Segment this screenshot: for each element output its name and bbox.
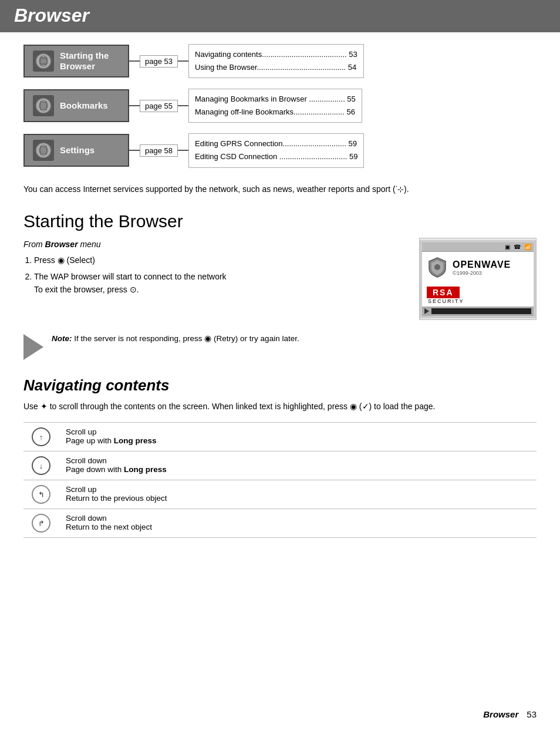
nav-items-starting: Navigating contents.....................… <box>188 44 364 78</box>
table-cell-text-1: Scroll up Page up with Long press <box>59 423 537 452</box>
phone-icon-1: ▣ <box>505 244 510 250</box>
nav-box-settings: Settings <box>23 134 129 167</box>
nav-item-6: Editing CSD Connection .................… <box>195 150 357 163</box>
scroll-prev-icon: ↰ <box>32 485 50 504</box>
section-title-navigating: Navigating contents <box>23 376 537 395</box>
nav-description: Use ✦ to scroll through the contents on … <box>23 400 537 413</box>
nav-icon-bookmarks <box>33 95 54 116</box>
scroll-action-2: Scroll down <box>66 456 529 465</box>
nav-item-1: Navigating contents.....................… <box>195 48 357 61</box>
openwave-text: OPENWAVE ©1999-2003 <box>453 260 511 276</box>
openwave-shield-icon <box>427 257 448 279</box>
nav-box-settings-label: Settings <box>60 145 95 156</box>
table-row: ↑ Scroll up Page up with Long press <box>23 423 537 452</box>
nav-item-4: Managing off-line Bookmarks.............… <box>195 106 356 119</box>
nav-items-bookmarks: Managing Bookmarks in Browser ..........… <box>188 89 362 123</box>
nav-table: ↑ Scroll up Page up with Long press ↓ Sc… <box>23 422 537 538</box>
nav-icon-settings <box>33 140 54 161</box>
scroll-detail-2: Page down with Long press <box>66 465 529 474</box>
table-row: ↰ Scroll up Return to the previous objec… <box>23 480 537 509</box>
note-text: Note: If the server is not responding, p… <box>52 333 299 345</box>
openwave-area: OPENWAVE ©1999-2003 <box>422 252 534 284</box>
nav-boxes-container: Starting theBrowser page 53 Navigating c… <box>23 44 537 168</box>
table-cell-text-2: Scroll down Page down with Long press <box>59 452 537 480</box>
section-title-starting: Starting the Browser <box>23 211 537 231</box>
step-1: Press ◉ (Select) <box>34 254 407 267</box>
page-content: Starting theBrowser page 53 Navigating c… <box>0 32 560 555</box>
openwave-name: OPENWAVE <box>453 260 511 270</box>
note-arrow-icon <box>23 334 43 360</box>
openwave-year: ©1999-2003 <box>453 270 511 276</box>
steps-list: Press ◉ (Select) The WAP browser will st… <box>34 254 407 297</box>
header-title: Browser <box>14 5 89 26</box>
nav-box-starting-label: Starting theBrowser <box>60 50 109 72</box>
table-cell-icon-4: ↱ <box>23 509 59 538</box>
connector-page-bookmarks: page 55 <box>140 100 178 112</box>
table-cell-text-3: Scroll up Return to the previous object <box>59 480 537 509</box>
scroll-detail-1: Page up with Long press <box>66 436 529 445</box>
connector-page-starting: page 53 <box>140 55 178 68</box>
nav-icon-starting <box>33 50 54 72</box>
nav-row-starting: Starting theBrowser page 53 Navigating c… <box>23 44 537 78</box>
scroll-up-icon: ↑ <box>32 427 50 446</box>
phone-screenshot: ▣ ☎ 📶 OPENWAVE ©1999-200 <box>419 238 537 320</box>
rsa-area: RSA SECURITY <box>422 284 534 306</box>
connector-settings: page 58 <box>129 144 188 157</box>
phone-top-bar: ▣ ☎ 📶 <box>422 242 534 252</box>
nav-row-settings: Settings page 58 Editing GPRS Connection… <box>23 133 537 167</box>
phone-icon-3: 📶 <box>524 244 531 250</box>
table-row: ↱ Scroll down Return to the next object <box>23 509 537 538</box>
connector-page-settings: page 58 <box>140 144 178 157</box>
nav-item-3: Managing Bookmarks in Browser ..........… <box>195 93 356 106</box>
rsa-security: SECURITY <box>427 298 529 304</box>
svg-point-8 <box>434 264 440 270</box>
table-cell-icon-2: ↓ <box>23 452 59 480</box>
section-body-starting: From Browser menu Press ◉ (Select) The W… <box>23 238 537 320</box>
connector-bookmarks: page 55 <box>129 100 188 112</box>
table-cell-icon-1: ↑ <box>23 423 59 452</box>
scroll-next-icon: ↱ <box>32 514 50 533</box>
page-header: Browser <box>0 0 560 32</box>
connector-starting: page 53 <box>129 55 188 68</box>
scroll-detail-3: Return to the previous object <box>66 494 529 503</box>
scroll-action-1: Scroll up <box>66 427 529 436</box>
scroll-action-3: Scroll up <box>66 485 529 494</box>
table-cell-text-4: Scroll down Return to the next object <box>59 509 537 538</box>
nav-item-5: Editing GPRS Connection.................… <box>195 137 357 150</box>
section-text-starting: From Browser menu Press ◉ (Select) The W… <box>23 238 407 300</box>
connector-line2 <box>178 60 188 62</box>
scroll-detail-4: Return to the next object <box>66 523 529 531</box>
connector-line1 <box>129 60 140 62</box>
intro-text: You can access Internet services support… <box>23 181 537 196</box>
nav-box-bookmarks-label: Bookmarks <box>60 100 108 111</box>
table-row: ↓ Scroll down Page down with Long press <box>23 452 537 480</box>
footer-title: Browser <box>483 709 518 719</box>
scroll-down-icon: ↓ <box>32 456 50 475</box>
phone-bottom-bar <box>422 306 534 316</box>
rsa-label: RSA <box>427 287 460 298</box>
progress-bar <box>431 308 531 314</box>
phone-icon-2: ☎ <box>514 244 521 250</box>
nav-box-starting: Starting theBrowser <box>23 45 129 78</box>
nav-row-bookmarks: Bookmarks page 55 Managing Bookmarks in … <box>23 89 537 123</box>
step-2: The WAP browser will start to connect to… <box>34 270 407 297</box>
nav-item-2: Using the Browser.......................… <box>195 61 357 74</box>
page-footer: Browser 53 <box>483 709 537 719</box>
scroll-action-4: Scroll down <box>66 514 529 523</box>
play-icon <box>424 308 429 314</box>
from-menu-text: From Browser menu <box>23 238 407 251</box>
table-cell-icon-3: ↰ <box>23 480 59 509</box>
footer-page: 53 <box>527 709 537 719</box>
nav-items-settings: Editing GPRS Connection.................… <box>188 133 364 167</box>
note-box: Note: If the server is not responding, p… <box>23 331 537 362</box>
nav-box-bookmarks: Bookmarks <box>23 89 129 122</box>
